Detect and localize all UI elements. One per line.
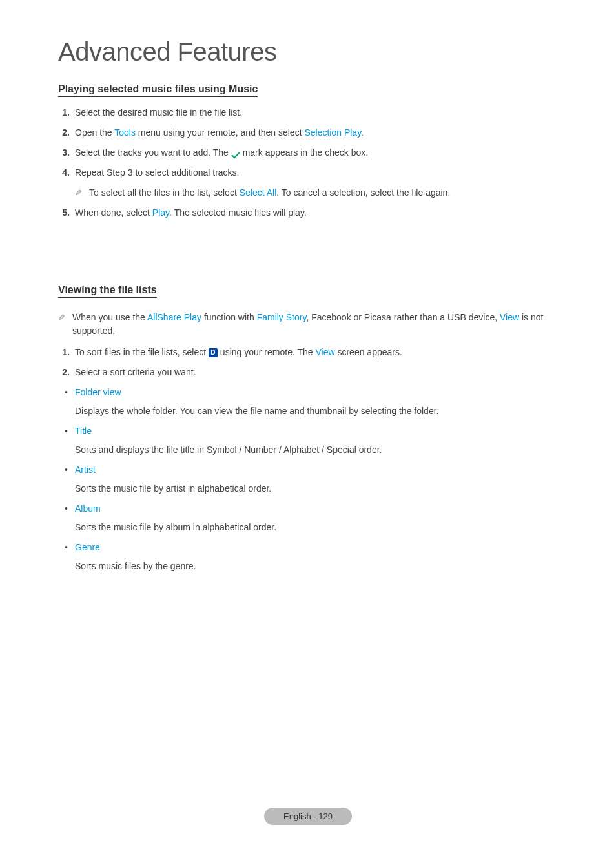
step-body: Select the tracks you want to add. The m… xyxy=(75,146,558,160)
note-icon: ✎ xyxy=(75,186,88,200)
bullet-dot: • xyxy=(63,541,75,573)
step-item: 3.Select the tracks you want to add. The… xyxy=(58,146,558,160)
ui-term: Family Story xyxy=(257,312,307,322)
step-number: 2. xyxy=(58,366,75,379)
note-icon: ✎ xyxy=(58,311,71,324)
bullet-dot: • xyxy=(63,502,75,534)
bullet-dot: • xyxy=(63,386,75,418)
ui-term: Select All xyxy=(240,187,277,198)
step-item: 1.To sort files in the file lists, selec… xyxy=(58,346,558,359)
page-content: Advanced Features Playing selected music… xyxy=(0,0,616,573)
ui-term: Selection Play xyxy=(304,127,361,138)
d-button-icon: D xyxy=(209,348,218,357)
bullet-description: Sorts the music file by artist in alphab… xyxy=(75,482,558,496)
bullet-item: •Folder viewDisplays the whole folder. Y… xyxy=(63,386,558,418)
bullet-description: Sorts music files by the genre. xyxy=(75,559,558,573)
ui-term: View xyxy=(315,347,334,357)
ui-term: View xyxy=(500,312,519,322)
step-item: 5.When done, select Play. The selected m… xyxy=(58,206,558,220)
bullet-title: Folder view xyxy=(75,386,558,399)
bullet-body: ArtistSorts the music file by artist in … xyxy=(75,463,558,496)
steps-list-2: 1.To sort files in the file lists, selec… xyxy=(58,346,558,379)
section-viewing: Viewing the file lists ✎ When you use th… xyxy=(58,226,558,573)
bullet-description: Displays the whole folder. You can view … xyxy=(75,404,558,418)
section-heading-playing: Playing selected music files using Music xyxy=(58,83,258,97)
check-icon xyxy=(231,149,240,157)
step-number: 5. xyxy=(58,206,75,220)
bullet-item: •GenreSorts music files by the genre. xyxy=(63,541,558,573)
ui-term: AllShare Play xyxy=(147,312,201,322)
bullet-item: •TitleSorts and displays the file title … xyxy=(63,424,558,457)
step-body: To sort files in the file lists, select … xyxy=(75,346,558,359)
bullet-description: Sorts and displays the file title in Sym… xyxy=(75,443,558,457)
note-text: When you use the AllShare Play function … xyxy=(71,311,558,338)
step-note: ✎To select all the files in the list, se… xyxy=(75,186,558,200)
bullet-description: Sorts the music file by album in alphabe… xyxy=(75,521,558,534)
step-body: Open the Tools menu using your remote, a… xyxy=(75,126,558,140)
section-playing: Playing selected music files using Music… xyxy=(58,78,558,220)
section-heading-viewing: Viewing the file lists xyxy=(58,284,157,298)
bullet-dot: • xyxy=(63,424,75,457)
step-item: 1.Select the desired music file in the f… xyxy=(58,106,558,120)
note-text: To select all the files in the list, sel… xyxy=(88,186,558,200)
bullet-body: GenreSorts music files by the genre. xyxy=(75,541,558,573)
bullet-item: •AlbumSorts the music file by album in a… xyxy=(63,502,558,534)
step-body: Select a sort criteria you want. xyxy=(75,366,558,379)
step-item: 2.Open the Tools menu using your remote,… xyxy=(58,126,558,140)
ui-term: Play xyxy=(152,207,169,218)
bullet-body: TitleSorts and displays the file title i… xyxy=(75,424,558,457)
bullet-item: •ArtistSorts the music file by artist in… xyxy=(63,463,558,496)
step-item: 2.Select a sort criteria you want. xyxy=(58,366,558,379)
step-body: Select the desired music file in the fil… xyxy=(75,106,558,120)
bullet-title: Album xyxy=(75,502,558,516)
bullet-body: Folder viewDisplays the whole folder. Yo… xyxy=(75,386,558,418)
step-number: 4. xyxy=(58,166,75,180)
note-view-unsupported: ✎ When you use the AllShare Play functio… xyxy=(58,311,558,338)
step-number: 2. xyxy=(58,126,75,140)
step-number: 1. xyxy=(58,346,75,359)
step-item: 4.Repeat Step 3 to select additional tra… xyxy=(58,166,558,180)
bullet-title: Artist xyxy=(75,463,558,477)
step-number: 1. xyxy=(58,106,75,120)
steps-list-1: 1.Select the desired music file in the f… xyxy=(58,106,558,220)
bullets-list: •Folder viewDisplays the whole folder. Y… xyxy=(58,386,558,573)
bullet-body: AlbumSorts the music file by album in al… xyxy=(75,502,558,534)
step-body: Repeat Step 3 to select additional track… xyxy=(75,166,558,180)
bullet-title: Title xyxy=(75,424,558,438)
bullet-dot: • xyxy=(63,463,75,496)
page-title: Advanced Features xyxy=(58,37,558,67)
page-number-badge: English - 129 xyxy=(264,808,352,825)
ui-term: Tools xyxy=(114,127,136,138)
bullet-title: Genre xyxy=(75,541,558,554)
step-number: 3. xyxy=(58,146,75,160)
step-body: When done, select Play. The selected mus… xyxy=(75,206,558,220)
